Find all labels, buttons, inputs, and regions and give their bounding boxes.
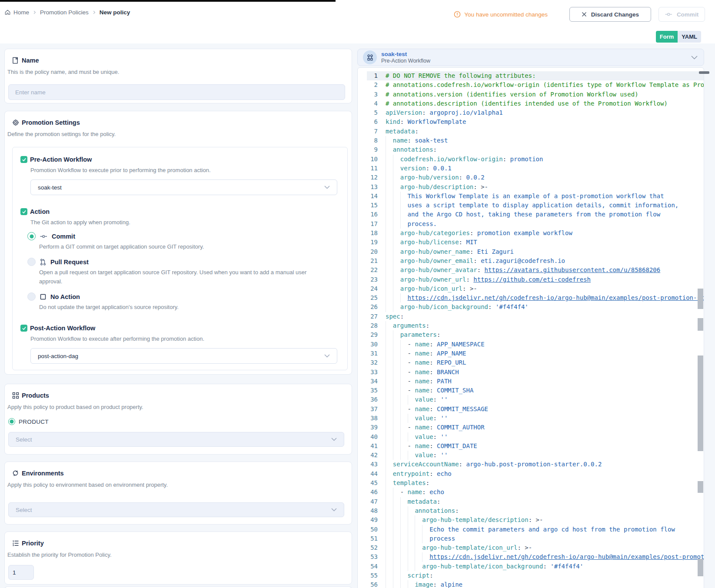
code-line: 37 - name: COMMIT_MESSAGE (358, 405, 704, 414)
pre-action-description: Promotion Workflow to execute prior to p… (30, 167, 336, 173)
code-line: 32 - name: REPO_URL (358, 358, 704, 367)
code-line: 44 entrypoint: echo (358, 469, 704, 478)
chevron-down-icon (331, 508, 337, 512)
card-description: This is the policy name, and must be uni… (7, 69, 345, 75)
action-option-no-action: No Action Do not update the target appli… (27, 292, 336, 312)
warning-text: You have uncommitted changes (464, 11, 548, 18)
product-radio[interactable] (8, 418, 15, 425)
view-toggle: Form YAML (656, 31, 701, 43)
code-line: 39 - name: COMMIT_AUTHOR (358, 423, 704, 432)
pre-action-checkbox[interactable] (20, 156, 27, 163)
commit-button[interactable]: Commit (658, 7, 705, 22)
post-action-description: Promotion Workflow to execute after perf… (30, 336, 336, 342)
workflow-avatar (363, 50, 377, 64)
code-line: 19 argo-hub/license: MIT (358, 238, 704, 247)
no-action-radio[interactable] (27, 292, 36, 301)
no-action-option-label: No Action (50, 293, 80, 300)
breadcrumb-promotion-policies[interactable]: Promotion Policies (40, 9, 89, 16)
code-line: 53 https://cdn.jsdelivr.net/gh/codefresh… (358, 552, 704, 561)
breadcrumb-separator-icon (33, 10, 37, 14)
tab-yaml[interactable]: YAML (678, 31, 701, 43)
product-select[interactable]: Select (8, 432, 344, 447)
yaml-editor[interactable]: 1# DO NOT REMOVE the following attribute… (357, 67, 704, 588)
no-action-icon (40, 294, 46, 300)
code-line: 47 metadata: (358, 497, 704, 506)
pull-request-option-label: Pull Request (50, 259, 89, 266)
chevron-down-icon (324, 354, 330, 358)
code-line: 2# annotations.codefresh.io/workflow-ori… (358, 80, 704, 90)
workflow-editor-header[interactable]: soak-test Pre-Action Workflow (357, 49, 704, 66)
code-line: 43 serviceAccountName: argo-hub.post-pro… (358, 460, 704, 469)
products-icon (12, 392, 19, 399)
card-description: Define the promotion settings for the po… (7, 131, 345, 137)
code-line: 16 and the Argo CD host, taking these pa… (358, 210, 704, 219)
code-line: 9 annotations: (358, 145, 704, 154)
code-line: 51 process (358, 534, 704, 543)
promotion-settings-card: Promotion Settings Define the promotion … (4, 111, 352, 375)
scrollbar-thumb[interactable] (698, 355, 703, 451)
post-action-label: Post-Action Workflow (30, 325, 95, 332)
post-action-checkbox[interactable] (20, 325, 27, 332)
warning-icon (454, 11, 461, 18)
next-card-edge (4, 586, 352, 588)
pull-request-radio[interactable] (27, 258, 36, 266)
code-line: 7metadata: (358, 127, 704, 136)
card-title: Products (22, 392, 49, 399)
scrollbar-decoration[interactable] (698, 318, 703, 331)
code-line: 3# annotations.version (identifies versi… (358, 90, 704, 99)
code-line: 29 parameters: (358, 330, 704, 339)
scrollbar-decoration[interactable] (698, 559, 703, 576)
code-line: 24 argo-hub/icon_url: >- (358, 284, 704, 293)
scrollbar-decoration[interactable] (698, 481, 703, 493)
code-line: 49 argo-hub-template/description: >- (358, 515, 704, 525)
post-action-workflow-select[interactable]: post-action-dag (30, 348, 337, 364)
chevron-down-icon (324, 186, 330, 189)
code-line: 11 version: 0.0.1 (358, 164, 704, 173)
code-line: 18 argo-hub/categories: promotion exampl… (358, 229, 704, 238)
code-line: 15 uses a script template to display app… (358, 201, 704, 210)
card-description: Apply this policy to product based on pr… (7, 404, 345, 410)
code-line: 21 argo-hub/owner_email: eti.zaguri@code… (358, 256, 704, 266)
breadcrumb-separator-icon (92, 10, 96, 14)
code-line: 28 arguments: (358, 321, 704, 330)
action-description: The Git action to apply when promoting. (30, 219, 336, 226)
code-line: 30 - name: APP_NAMESPACE (358, 340, 704, 349)
tab-form[interactable]: Form (656, 31, 678, 43)
name-input[interactable]: Enter name (8, 84, 345, 100)
top-accent-bar (0, 0, 336, 2)
scrollbar-decoration[interactable] (698, 289, 703, 309)
discard-changes-button[interactable]: Discard Changes (569, 7, 651, 22)
no-action-option-description: Do not update the target application's s… (39, 302, 317, 312)
commit-radio[interactable] (27, 232, 36, 240)
uncommitted-changes-warning: You have uncommitted changes (454, 11, 548, 18)
breadcrumb-home[interactable]: Home (4, 9, 29, 16)
code-line: 8 name: soak-test (358, 136, 704, 145)
code-line: 23 argo-hub/owner_url: https://github.co… (358, 275, 704, 284)
breadcrumb-current: New policy (100, 9, 130, 16)
breadcrumb: Home Promotion Policies New policy (4, 9, 130, 16)
product-radio-label: PRODUCT (19, 419, 49, 425)
action-checkbox[interactable] (20, 208, 27, 215)
code-line: 41 - name: COMMIT_DATE (358, 442, 704, 451)
code-line: 6kind: WorkflowTemplate (358, 117, 704, 126)
code-line: 27spec: (358, 312, 704, 321)
chevron-down-icon[interactable] (691, 56, 698, 60)
code-line: 38 value: '' (358, 414, 704, 423)
name-icon (12, 57, 19, 64)
git-commit-icon (40, 234, 47, 239)
code-line: 36 value: '' (358, 395, 704, 404)
pull-request-icon (40, 259, 46, 266)
card-description: Establish the priority for Promotion Pol… (7, 551, 345, 558)
policy-form: Name This is the policy name, and must b… (4, 49, 352, 585)
code-line: 10 codefresh.io/workflow-origin: promoti… (358, 155, 704, 164)
card-title: Environments (22, 470, 64, 477)
priority-card: Priority Establish the priority for Prom… (4, 532, 352, 585)
environment-select[interactable]: Select (8, 502, 344, 517)
code-line: 35 - name: COMMIT_SHA (358, 386, 704, 395)
priority-input[interactable]: 1 (8, 565, 34, 580)
scrollbar-handle[interactable] (699, 71, 709, 74)
pre-action-workflow-select[interactable]: soak-test (30, 179, 337, 195)
code-line: 55 script: (358, 571, 704, 580)
code-line: 54 argo-hub-template/icon_background: '#… (358, 562, 704, 571)
card-title: Name (22, 57, 39, 64)
